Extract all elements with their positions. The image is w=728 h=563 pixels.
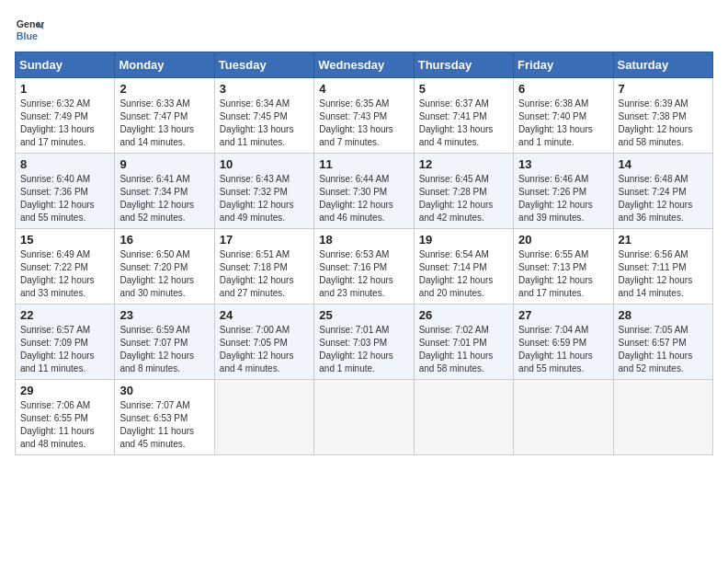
day-info: Sunrise: 7:01 AMSunset: 7:03 PMDaylight:…	[319, 325, 393, 373]
day-info: Sunrise: 7:04 AMSunset: 6:59 PMDaylight:…	[518, 325, 593, 373]
calendar-cell	[414, 380, 513, 455]
calendar-cell: 20Sunrise: 6:55 AMSunset: 7:13 PMDayligh…	[514, 229, 613, 304]
calendar-cell: 3Sunrise: 6:34 AMSunset: 7:45 PMDaylight…	[214, 78, 313, 154]
day-number: 8	[20, 157, 109, 171]
weekday-header-sunday: Sunday	[16, 52, 115, 78]
weekday-header-monday: Monday	[115, 52, 214, 78]
day-info: Sunrise: 6:48 AMSunset: 7:24 PMDaylight:…	[619, 174, 693, 223]
calendar-cell: 18Sunrise: 6:53 AMSunset: 7:16 PMDayligh…	[314, 229, 414, 304]
day-number: 2	[119, 82, 209, 96]
day-number: 3	[220, 82, 309, 96]
day-info: Sunrise: 6:53 AMSunset: 7:16 PMDaylight:…	[319, 249, 393, 298]
calendar-cell: 21Sunrise: 6:56 AMSunset: 7:11 PMDayligh…	[613, 229, 712, 304]
day-number: 4	[319, 82, 408, 96]
day-info: Sunrise: 6:49 AMSunset: 7:22 PMDaylight:…	[20, 249, 95, 298]
calendar-cell: 14Sunrise: 6:48 AMSunset: 7:24 PMDayligh…	[613, 154, 712, 229]
day-info: Sunrise: 6:41 AMSunset: 7:34 PMDaylight:…	[119, 174, 194, 223]
day-number: 5	[419, 82, 508, 96]
weekday-header-wednesday: Wednesday	[314, 52, 414, 78]
day-number: 14	[619, 157, 708, 171]
calendar-cell: 17Sunrise: 6:51 AMSunset: 7:18 PMDayligh…	[214, 229, 313, 304]
day-info: Sunrise: 6:44 AMSunset: 7:30 PMDaylight:…	[319, 174, 393, 223]
weekday-header-thursday: Thursday	[414, 52, 513, 78]
calendar-cell: 7Sunrise: 6:39 AMSunset: 7:38 PMDaylight…	[613, 78, 712, 154]
svg-text:Blue: Blue	[17, 30, 38, 41]
calendar-cell: 13Sunrise: 6:46 AMSunset: 7:26 PMDayligh…	[514, 154, 613, 229]
day-info: Sunrise: 7:05 AMSunset: 6:57 PMDaylight:…	[619, 325, 693, 373]
day-number: 22	[20, 308, 109, 322]
day-number: 20	[518, 233, 608, 247]
day-number: 13	[518, 157, 608, 171]
day-info: Sunrise: 6:50 AMSunset: 7:20 PMDaylight:…	[119, 249, 194, 298]
calendar-cell: 11Sunrise: 6:44 AMSunset: 7:30 PMDayligh…	[314, 154, 414, 229]
calendar-cell: 28Sunrise: 7:05 AMSunset: 6:57 PMDayligh…	[613, 304, 712, 380]
day-info: Sunrise: 6:32 AMSunset: 7:49 PMDaylight:…	[20, 98, 95, 147]
day-number: 7	[619, 82, 708, 96]
svg-text:General: General	[17, 18, 44, 29]
day-number: 12	[419, 157, 508, 171]
day-number: 26	[419, 308, 508, 322]
calendar-cell: 10Sunrise: 6:43 AMSunset: 7:32 PMDayligh…	[214, 154, 313, 229]
day-info: Sunrise: 6:51 AMSunset: 7:18 PMDaylight:…	[220, 249, 294, 298]
day-info: Sunrise: 6:59 AMSunset: 7:07 PMDaylight:…	[119, 325, 194, 373]
calendar-cell: 22Sunrise: 6:57 AMSunset: 7:09 PMDayligh…	[16, 304, 115, 380]
day-number: 11	[319, 157, 408, 171]
day-info: Sunrise: 7:06 AMSunset: 6:55 PMDaylight:…	[20, 400, 95, 449]
day-info: Sunrise: 6:35 AMSunset: 7:43 PMDaylight:…	[319, 98, 393, 147]
day-info: Sunrise: 6:56 AMSunset: 7:11 PMDaylight:…	[619, 249, 693, 298]
day-number: 18	[319, 233, 408, 247]
weekday-header-friday: Friday	[514, 52, 613, 78]
day-info: Sunrise: 6:40 AMSunset: 7:36 PMDaylight:…	[20, 174, 95, 223]
day-info: Sunrise: 7:00 AMSunset: 7:05 PMDaylight:…	[220, 325, 294, 373]
logo-icon: General Blue	[15, 15, 44, 44]
day-number: 16	[119, 233, 209, 247]
calendar-cell	[514, 380, 613, 455]
day-info: Sunrise: 7:07 AMSunset: 6:53 PMDaylight:…	[119, 400, 194, 449]
day-info: Sunrise: 6:33 AMSunset: 7:47 PMDaylight:…	[119, 98, 194, 147]
calendar-cell: 16Sunrise: 6:50 AMSunset: 7:20 PMDayligh…	[115, 229, 214, 304]
logo: General Blue	[15, 15, 44, 44]
day-info: Sunrise: 6:54 AMSunset: 7:14 PMDaylight:…	[419, 249, 494, 298]
day-number: 25	[319, 308, 408, 322]
day-number: 1	[20, 82, 109, 96]
calendar-table: SundayMondayTuesdayWednesdayThursdayFrid…	[15, 52, 713, 455]
calendar-cell: 2Sunrise: 6:33 AMSunset: 7:47 PMDaylight…	[115, 78, 214, 154]
day-info: Sunrise: 6:38 AMSunset: 7:40 PMDaylight:…	[518, 98, 593, 147]
day-info: Sunrise: 7:02 AMSunset: 7:01 PMDaylight:…	[419, 325, 494, 373]
weekday-header-saturday: Saturday	[613, 52, 712, 78]
calendar-cell: 6Sunrise: 6:38 AMSunset: 7:40 PMDaylight…	[514, 78, 613, 154]
day-number: 28	[619, 308, 708, 322]
calendar-cell: 23Sunrise: 6:59 AMSunset: 7:07 PMDayligh…	[115, 304, 214, 380]
day-number: 6	[518, 82, 608, 96]
calendar-cell: 5Sunrise: 6:37 AMSunset: 7:41 PMDaylight…	[414, 78, 513, 154]
day-number: 19	[419, 233, 508, 247]
calendar-cell	[314, 380, 414, 455]
calendar-cell: 29Sunrise: 7:06 AMSunset: 6:55 PMDayligh…	[16, 380, 115, 455]
day-info: Sunrise: 6:39 AMSunset: 7:38 PMDaylight:…	[619, 98, 693, 147]
day-number: 30	[119, 384, 209, 397]
day-info: Sunrise: 6:55 AMSunset: 7:13 PMDaylight:…	[518, 249, 593, 298]
calendar-cell: 8Sunrise: 6:40 AMSunset: 7:36 PMDaylight…	[16, 154, 115, 229]
day-number: 24	[220, 308, 309, 322]
day-info: Sunrise: 6:43 AMSunset: 7:32 PMDaylight:…	[220, 174, 294, 223]
day-number: 23	[119, 308, 209, 322]
calendar-cell: 12Sunrise: 6:45 AMSunset: 7:28 PMDayligh…	[414, 154, 513, 229]
calendar-cell	[613, 380, 712, 455]
day-info: Sunrise: 6:34 AMSunset: 7:45 PMDaylight:…	[220, 98, 294, 147]
calendar-cell: 24Sunrise: 7:00 AMSunset: 7:05 PMDayligh…	[214, 304, 313, 380]
day-number: 21	[619, 233, 708, 247]
day-info: Sunrise: 6:46 AMSunset: 7:26 PMDaylight:…	[518, 174, 593, 223]
day-number: 27	[518, 308, 608, 322]
day-number: 15	[20, 233, 109, 247]
calendar-cell: 26Sunrise: 7:02 AMSunset: 7:01 PMDayligh…	[414, 304, 513, 380]
calendar-cell: 19Sunrise: 6:54 AMSunset: 7:14 PMDayligh…	[414, 229, 513, 304]
day-number: 29	[20, 384, 109, 397]
day-number: 17	[220, 233, 309, 247]
day-number: 9	[119, 157, 209, 171]
calendar-cell: 9Sunrise: 6:41 AMSunset: 7:34 PMDaylight…	[115, 154, 214, 229]
calendar-cell: 27Sunrise: 7:04 AMSunset: 6:59 PMDayligh…	[514, 304, 613, 380]
calendar-cell: 1Sunrise: 6:32 AMSunset: 7:49 PMDaylight…	[16, 78, 115, 154]
day-number: 10	[220, 157, 309, 171]
calendar-cell: 15Sunrise: 6:49 AMSunset: 7:22 PMDayligh…	[16, 229, 115, 304]
page-header: General Blue	[15, 15, 713, 44]
